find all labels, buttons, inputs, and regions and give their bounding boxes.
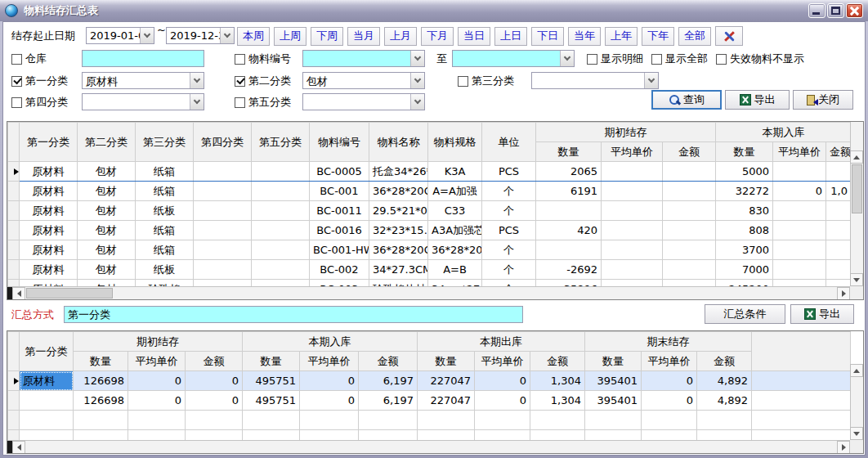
query-button[interactable]: 查询 — [651, 90, 722, 110]
material-no-checkbox[interactable]: 物料编号 — [235, 51, 291, 67]
scroll-down-button[interactable] — [850, 427, 863, 440]
cell[interactable] — [194, 182, 252, 201]
sub-column-header[interactable]: 平均单价 — [642, 352, 697, 371]
cell[interactable]: BC-001-HW — [310, 240, 369, 260]
scroll-down-button[interactable] — [850, 273, 863, 286]
vertical-scrollbar[interactable] — [850, 364, 863, 440]
scroll-left-button[interactable] — [12, 287, 25, 300]
category3-combo[interactable] — [531, 72, 659, 89]
cell[interactable]: 包材 — [78, 162, 136, 182]
category2-combo[interactable]: 包材 — [302, 72, 425, 89]
export-button[interactable]: 导出 — [725, 90, 790, 110]
table-row[interactable]: 原材料包材纸板BC-00234*27.3CMA=B个-26927000 — [8, 260, 852, 280]
dropdown-button[interactable] — [644, 73, 658, 88]
cell[interactable]: 2065 — [536, 162, 602, 182]
horizontal-scrollbar[interactable] — [7, 286, 850, 299]
show-all-checkbox[interactable]: 显示全部 — [651, 51, 708, 67]
cell[interactable]: 包材 — [78, 221, 136, 240]
cell[interactable]: 34*27.3CM — [369, 260, 428, 280]
cell[interactable] — [826, 162, 852, 182]
cell[interactable] — [663, 240, 716, 260]
summary-condition-button[interactable]: 汇总条件 — [705, 304, 785, 324]
cell[interactable] — [194, 240, 252, 260]
period-button[interactable]: 当日 — [458, 27, 490, 46]
cell[interactable]: A=A加强 — [428, 182, 482, 201]
cell[interactable] — [602, 221, 663, 240]
hide-invalid-checkbox[interactable]: 失效物料不显示 — [716, 51, 804, 67]
scroll-up-button[interactable] — [850, 364, 863, 377]
table-row[interactable]: 原材料包材纸箱BC-00136*28*20CMA=A加强个61913227201… — [8, 182, 852, 201]
cell[interactable]: 6,197 — [359, 371, 418, 391]
checkbox-box[interactable] — [458, 76, 468, 87]
column-header[interactable]: 第二分类 — [78, 123, 136, 162]
cell[interactable]: 包材 — [78, 201, 136, 221]
column-header[interactable]: 第一分类 — [20, 123, 78, 162]
sub-column-header[interactable]: 数量 — [536, 142, 602, 162]
sub-column-header[interactable]: 平均单价 — [602, 142, 663, 162]
sub-column-header[interactable]: 数量 — [716, 142, 773, 162]
cell[interactable] — [602, 201, 663, 221]
cell[interactable]: -2692 — [536, 260, 602, 280]
cell[interactable]: 0 — [186, 391, 243, 411]
dropdown-button[interactable] — [410, 94, 424, 110]
cell[interactable] — [602, 240, 663, 260]
checkbox-box[interactable] — [11, 76, 22, 87]
cell[interactable]: 0 — [475, 371, 530, 391]
cell[interactable] — [826, 260, 852, 280]
cell[interactable] — [773, 221, 826, 240]
cell[interactable]: 0 — [300, 371, 359, 391]
horizontal-scrollbar[interactable] — [7, 440, 850, 453]
sub-column-header[interactable]: 金额 — [663, 142, 716, 162]
tools-button[interactable] — [715, 26, 743, 46]
checkbox-box[interactable] — [11, 54, 22, 65]
category5-combo[interactable] — [302, 93, 425, 110]
cell[interactable]: 原材料 — [20, 182, 78, 201]
date-from-combo[interactable]: 2019-01-01 — [86, 27, 154, 44]
dropdown-button[interactable] — [140, 28, 154, 43]
cell[interactable]: 227047 — [418, 391, 475, 411]
cell[interactable]: 包材 — [78, 260, 136, 280]
cell[interactable] — [20, 391, 74, 411]
checkbox-box[interactable] — [716, 54, 727, 65]
cell[interactable]: 0 — [642, 371, 697, 391]
checkbox-box[interactable] — [235, 54, 245, 65]
cell[interactable] — [536, 201, 602, 221]
cell[interactable] — [602, 260, 663, 280]
cell[interactable]: C33 — [428, 201, 482, 221]
scrollbar-thumb[interactable] — [26, 288, 113, 299]
period-button[interactable]: 全部 — [678, 27, 711, 46]
material-no-to-combo[interactable] — [452, 50, 575, 67]
column-header[interactable]: 单位 — [482, 123, 536, 162]
cell[interactable]: 395401 — [585, 371, 642, 391]
period-button[interactable]: 上周 — [274, 27, 306, 46]
scrollbar-thumb[interactable] — [852, 164, 862, 213]
warehouse-input[interactable] — [82, 50, 204, 67]
cell[interactable]: 830 — [716, 201, 773, 221]
cell[interactable] — [194, 260, 252, 280]
cell[interactable] — [194, 162, 252, 182]
cell[interactable] — [752, 391, 851, 411]
cell[interactable] — [602, 182, 663, 201]
cell[interactable]: BC-0011 — [310, 201, 369, 221]
date-to-combo[interactable]: 2019-12-31 — [166, 27, 235, 44]
cell[interactable]: K3A — [428, 162, 482, 182]
cell[interactable] — [826, 240, 852, 260]
minimize-button[interactable] — [808, 3, 825, 18]
cell[interactable] — [663, 201, 716, 221]
sub-column-header[interactable]: 金额 — [186, 352, 243, 371]
checkbox-box[interactable] — [235, 76, 245, 87]
cell[interactable]: 1,304 — [530, 371, 585, 391]
cell[interactable]: 原材料 — [20, 162, 78, 182]
cell[interactable]: 4,892 — [697, 371, 752, 391]
cell[interactable]: 纸板 — [136, 260, 194, 280]
close-button[interactable] — [846, 3, 863, 18]
cell[interactable]: 纸箱 — [136, 221, 194, 240]
cell[interactable]: BC-0016 — [310, 221, 369, 240]
cell[interactable] — [252, 162, 310, 182]
scroll-up-button[interactable] — [850, 150, 863, 164]
category5-checkbox[interactable]: 第五分类 — [235, 94, 291, 110]
cell[interactable]: 包材 — [78, 182, 136, 201]
cell[interactable]: 个 — [482, 182, 536, 201]
category1-checkbox[interactable]: 第一分类 — [11, 73, 68, 89]
table-row[interactable]: 原材料包材纸板BC-001129.5*21*0.3C33个830 — [8, 201, 852, 221]
